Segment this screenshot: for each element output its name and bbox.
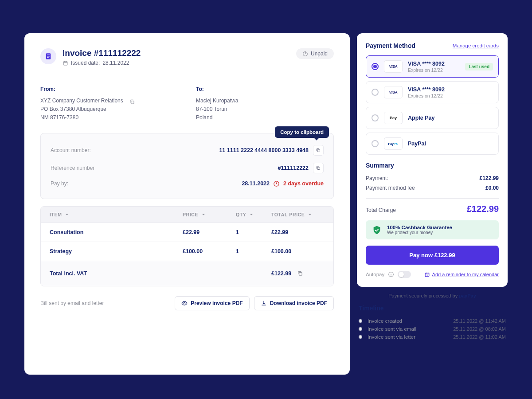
- radio: [372, 114, 379, 121]
- timeline-title: Timeline: [357, 305, 508, 312]
- from-address: From: XYZ Company Customer Relations PO …: [40, 86, 178, 122]
- sort-caret-icon: [202, 212, 205, 217]
- svg-rect-8: [317, 167, 320, 170]
- pay-now-button[interactable]: Pay now £122.99: [366, 246, 499, 265]
- timeline-block: Timeline Invoice created 25.11.2022 @ 11…: [357, 305, 508, 341]
- payment-option-paypal[interactable]: PayPal PayPal: [366, 133, 499, 155]
- copy-reference-button[interactable]: [313, 163, 324, 173]
- payby-date: 28.11.2022: [242, 180, 270, 187]
- sort-caret-icon: [65, 212, 69, 217]
- info-icon[interactable]: [388, 271, 394, 278]
- svg-rect-1: [47, 55, 50, 55]
- invoice-title: Invoice #111112222: [63, 48, 141, 58]
- summary-payment-row: Payment:£122.99: [366, 173, 499, 183]
- copy-from-icon[interactable]: [127, 97, 137, 107]
- radio-selected: [372, 63, 379, 70]
- col-header-item[interactable]: ITEM: [50, 212, 183, 217]
- add-reminder-link[interactable]: Add a reminder to my calendar: [424, 272, 499, 278]
- bill-sent-note: Bill sent by email and letter: [40, 300, 104, 306]
- svg-rect-10: [299, 272, 302, 275]
- summary-fee-row: Payment method fee£0.00: [366, 183, 499, 193]
- calendar-icon: [63, 60, 68, 66]
- last-used-badge: Last used: [465, 63, 493, 70]
- secure-note: Payment securely processed by payPay: [357, 293, 508, 298]
- visa-logo-icon: VISA: [384, 60, 403, 73]
- table-row: Consultation £22.99 1 £22.99: [41, 223, 333, 242]
- timeline-dot-icon: [359, 327, 362, 331]
- status-badge: Unpaid: [296, 48, 334, 59]
- col-header-qty[interactable]: QTY: [236, 212, 271, 217]
- app-root: Invoice #111112222 Issued date: 28.11.20…: [24, 33, 508, 375]
- svg-rect-2: [47, 56, 50, 56]
- sort-caret-icon: [250, 212, 253, 217]
- account-label: Account number:: [51, 147, 91, 153]
- preview-pdf-button[interactable]: Preview invoice PDF: [175, 296, 249, 310]
- autopay-label: Autopay: [366, 272, 384, 277]
- guarantee-banner: 100% Cashback Guarantee We protect your …: [366, 220, 499, 239]
- timeline-item: Invoice created 25.11.2022 @ 11:42 AM: [359, 317, 506, 325]
- total-charge-value: £122.99: [467, 204, 499, 214]
- timeline-dot-icon: [359, 319, 362, 323]
- payment-panel: Payment Method Manage credit cards VISA …: [357, 33, 508, 287]
- payment-info-box: Copy to clipboard Account number: 11 111…: [40, 133, 334, 199]
- account-value: 11 1111 2222 4444 8000 3333 4948: [219, 147, 309, 153]
- invoice-header: Invoice #111112222 Issued date: 28.11.20…: [40, 48, 334, 76]
- payby-label: Pay by:: [51, 180, 68, 187]
- paypal-logo-icon: PayPal: [384, 137, 403, 150]
- copy-total-icon[interactable]: [295, 268, 305, 279]
- eye-icon: [181, 300, 188, 306]
- overdue-text: 2 days overdue: [283, 180, 324, 187]
- payment-option-visa-1[interactable]: VISA VISA **** 8092 Expires on 12/22 Las…: [366, 55, 499, 78]
- help-icon: [302, 51, 308, 57]
- summary-title: Summary: [366, 162, 499, 169]
- issued-label: Issued date:: [71, 60, 100, 66]
- svg-point-11: [184, 302, 186, 304]
- timeline-dot-icon: [359, 335, 362, 339]
- col-header-total[interactable]: TOTAL PRICE: [271, 212, 325, 217]
- sort-caret-icon: [308, 212, 312, 217]
- svg-rect-4: [63, 61, 67, 65]
- items-table: ITEM PRICE QTY TOTAL PRICE Consultation …: [40, 206, 334, 286]
- payment-option-applepay[interactable]: Pay Apple Pay: [366, 107, 499, 129]
- reference-value: #111112222: [278, 165, 309, 171]
- payment-option-visa-2[interactable]: VISA VISA **** 8092 Expires on 12/22: [366, 81, 499, 103]
- timeline-item: Invoice sent via email 25.11.2022 @ 08:0…: [359, 325, 506, 333]
- calendar-add-icon: [424, 272, 430, 278]
- payment-method-title: Payment Method: [366, 42, 415, 49]
- table-total-row: Total incl. VAT £122.99: [41, 261, 333, 286]
- radio: [372, 89, 379, 96]
- col-header-price[interactable]: PRICE: [183, 212, 236, 217]
- invoice-icon: [40, 48, 56, 64]
- manage-cards-link[interactable]: Manage credit cards: [453, 43, 499, 48]
- applepay-logo-icon: Pay: [384, 112, 403, 124]
- shield-check-icon: [372, 225, 382, 235]
- copy-account-button[interactable]: [313, 145, 324, 156]
- copy-tooltip: Copy to clipboard: [275, 126, 329, 138]
- timeline-item: Invoice sent via letter 25.11.2022 @ 11:…: [359, 333, 506, 341]
- invoice-panel: Invoice #111112222 Issued date: 28.11.20…: [24, 33, 350, 375]
- svg-rect-3: [47, 57, 49, 58]
- total-charge-label: Total Charge: [366, 207, 396, 213]
- radio: [372, 140, 379, 147]
- autopay-toggle[interactable]: [398, 271, 411, 278]
- svg-rect-6: [131, 101, 133, 104]
- table-row: Strategy £100.00 1 £100.00: [41, 242, 333, 261]
- svg-rect-7: [317, 149, 320, 152]
- visa-logo-icon: VISA: [384, 86, 403, 98]
- download-pdf-button[interactable]: Download invoice PDF: [254, 296, 334, 310]
- to-address: To: Maciej Kuropatwa 87-100 Torun Poland: [196, 86, 334, 122]
- download-icon: [261, 300, 267, 306]
- reference-label: Reference number: [51, 165, 94, 171]
- issued-date: 28.11.2022: [102, 60, 129, 66]
- alert-icon: [273, 180, 280, 187]
